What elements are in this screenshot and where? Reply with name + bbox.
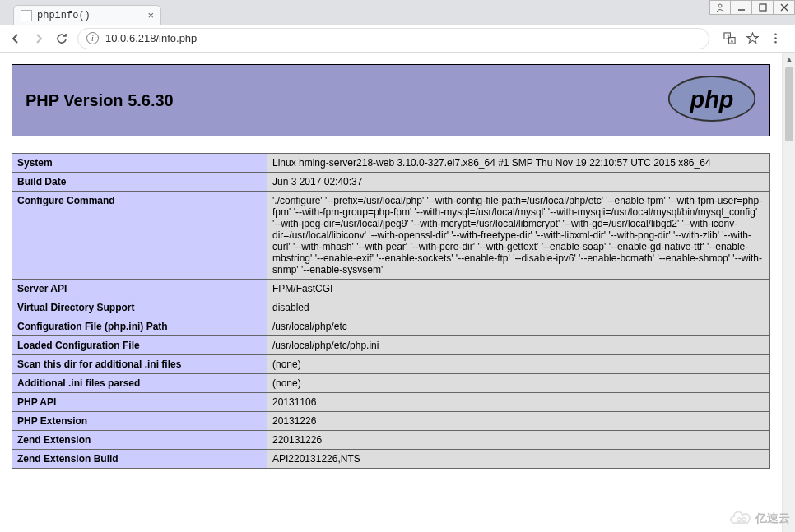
page-viewport: ▲ PHP Version 5.6.30 php SystemLinux hmi…: [0, 53, 795, 532]
tab-title: phpinfo(): [37, 10, 142, 21]
table-row: Zend Extension BuildAPI220131226,NTS: [12, 450, 770, 469]
directive-value: 220131226: [267, 431, 770, 450]
directive-name: Build Date: [12, 173, 267, 192]
menu-button[interactable]: [769, 32, 782, 45]
svg-text:php: php: [690, 86, 734, 113]
maximize-button[interactable]: [752, 0, 774, 15]
page-title: PHP Version 5.6.30: [26, 91, 174, 110]
directive-name: System: [12, 154, 267, 173]
scroll-thumb[interactable]: [785, 67, 793, 141]
directive-name: Configure Command: [12, 192, 267, 280]
table-row: Server APIFPM/FastCGI: [12, 280, 770, 298]
table-row: Virtual Directory Supportdisabled: [12, 298, 770, 317]
svg-rect-2: [760, 4, 766, 11]
phpinfo-header: PHP Version 5.6.30 php: [12, 64, 770, 136]
favicon-icon: [21, 10, 32, 21]
directive-value: (none): [267, 374, 770, 393]
directive-value: 20131106: [267, 393, 770, 412]
table-row: PHP Extension20131226: [12, 412, 770, 431]
browser-tab[interactable]: phpinfo() ×: [13, 5, 161, 25]
directive-name: PHP Extension: [12, 412, 267, 431]
table-row: PHP API20131106: [12, 393, 770, 412]
directive-name: Server API: [12, 280, 267, 298]
url-text: 10.0.6.218/info.php: [105, 32, 197, 44]
table-row: Additional .ini files parsed(none): [12, 374, 770, 393]
directive-value: './configure' '--prefix=/usr/local/php' …: [267, 192, 770, 280]
directive-name: Loaded Configuration File: [12, 336, 267, 355]
reload-button[interactable]: [54, 31, 69, 46]
svg-point-11: [774, 41, 776, 43]
close-window-button[interactable]: [774, 0, 795, 15]
directive-name: PHP API: [12, 393, 267, 412]
svg-point-9: [774, 34, 776, 35]
address-bar[interactable]: i 10.0.6.218/info.php: [77, 28, 709, 49]
watermark-text: 亿速云: [755, 511, 790, 526]
table-row: Configure Command'./configure' '--prefix…: [12, 192, 770, 280]
translate-icon[interactable]: 文A: [723, 32, 736, 45]
svg-text:A: A: [730, 39, 733, 44]
directive-value: Jun 3 2017 02:40:37: [267, 173, 770, 192]
table-row: Zend Extension220131226: [12, 431, 770, 450]
directive-name: Additional .ini files parsed: [12, 374, 267, 393]
svg-point-0: [718, 4, 722, 7]
directive-name: Zend Extension Build: [12, 450, 267, 469]
svg-point-14: [737, 518, 742, 522]
svg-point-10: [774, 37, 776, 39]
directive-name: Virtual Directory Support: [12, 298, 267, 317]
bookmark-star-icon[interactable]: [746, 32, 759, 45]
directive-value: API220131226,NTS: [267, 450, 770, 469]
close-tab-button[interactable]: ×: [147, 9, 154, 21]
directive-name: Configuration File (php.ini) Path: [12, 317, 267, 336]
watermark: 亿速云: [728, 511, 790, 527]
back-button[interactable]: [8, 31, 23, 46]
directive-name: Zend Extension: [12, 431, 267, 450]
user-menu-button[interactable]: [709, 0, 731, 15]
table-row: Scan this dir for additional .ini files(…: [12, 355, 770, 374]
table-row: Loaded Configuration File/usr/local/php/…: [12, 336, 770, 355]
svg-point-15: [742, 518, 746, 522]
directive-name: Scan this dir for additional .ini files: [12, 355, 267, 374]
directive-value: (none): [267, 355, 770, 374]
directive-value: Linux hming-server218-web 3.10.0-327.el7…: [267, 154, 770, 173]
window-controls: [709, 0, 795, 15]
minimize-button[interactable]: [731, 0, 752, 15]
vertical-scrollbar[interactable]: ▲: [782, 53, 795, 532]
directive-value: /usr/local/php/etc/php.ini: [267, 336, 770, 355]
directive-value: 20131226: [267, 412, 770, 431]
phpinfo-table: SystemLinux hming-server218-web 3.10.0-3…: [12, 153, 770, 469]
tab-strip: phpinfo() ×: [0, 0, 795, 25]
directive-value: FPM/FastCGI: [267, 280, 770, 298]
php-logo-icon: php: [667, 75, 756, 126]
directive-value: /usr/local/php/etc: [267, 317, 770, 336]
table-row: Configuration File (php.ini) Path/usr/lo…: [12, 317, 770, 336]
site-info-icon[interactable]: i: [86, 32, 99, 44]
cloud-icon: [728, 511, 752, 527]
table-row: Build DateJun 3 2017 02:40:37: [12, 173, 770, 192]
directive-value: disabled: [267, 298, 770, 317]
table-row: SystemLinux hming-server218-web 3.10.0-3…: [12, 154, 770, 173]
scroll-up-button[interactable]: ▲: [783, 53, 795, 66]
toolbar-right: 文A: [718, 32, 787, 45]
forward-button[interactable]: [31, 31, 46, 46]
browser-toolbar: i 10.0.6.218/info.php 文A: [0, 25, 795, 53]
